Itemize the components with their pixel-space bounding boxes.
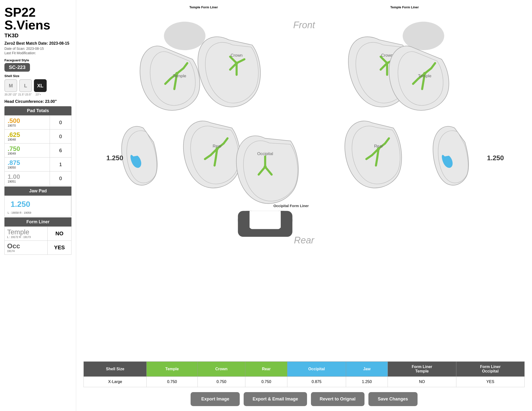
cell-jaw: 1.250 [346, 377, 388, 387]
pad-row-500: .50019070 0 [5, 116, 71, 130]
occipital-form-liner-label: Occipital Form Liner [273, 204, 309, 208]
svg-line-20 [422, 81, 423, 89]
main-area: Temple Form Liner Temple Form Liner Fron… [76, 0, 532, 411]
cell-crown: 0.750 [197, 377, 245, 387]
col-shell-size: Shell Size [84, 362, 147, 377]
shell-l-button[interactable]: L [19, 79, 32, 92]
form-liner-occ-row: Occ 19174 YES [5, 241, 71, 255]
form-liner-top-labels: Temple Form Liner Temple Form Liner [84, 5, 525, 9]
col-rear: Rear [245, 362, 287, 377]
svg-line-3 [174, 81, 176, 89]
crown-left-label: Crown [231, 53, 243, 58]
player-name: SP22 S.Viens [4, 6, 71, 31]
save-changes-button[interactable]: Save Changes [368, 392, 418, 406]
pad-row-625: .62519048 0 [5, 130, 71, 144]
col-form-liner-occ: Form LinerOccipital [456, 362, 524, 377]
occipital-label: Occipital [257, 151, 273, 156]
form-liner-temple-row: Temple L : 19172 R : 19173 NO [5, 227, 71, 241]
bottom-table-area: Shell Size Temple Crown Rear Occipital J… [84, 361, 525, 387]
form-liner-occ-value: YES [47, 241, 71, 255]
jaw-pad-value: 1.250 [8, 198, 68, 211]
helmet-diagram-svg: Front Temple [84, 11, 525, 258]
export-image-button[interactable]: Export Image [191, 392, 240, 406]
temple-form-liner-right-label: Temple Form Liner [390, 5, 419, 9]
temple-form-liner-left-label: Temple Form Liner [189, 5, 218, 9]
cell-rear: 0.750 [245, 377, 287, 387]
temple-form-liner-left-shape [164, 22, 206, 50]
faceguard-badge: SC-223 [4, 63, 30, 72]
crown-right-label: Crown [381, 53, 393, 58]
pad-row-100: 1.0019051 0 [5, 172, 71, 186]
svg-point-16 [386, 62, 389, 65]
crown-left-pad [198, 37, 261, 107]
pad-row-750: .75019049 6 [5, 144, 71, 158]
action-buttons: Export Image Export & Email Image Revert… [84, 392, 525, 406]
cell-form-liner-occ: YES [456, 377, 524, 387]
col-jaw: Jaw [346, 362, 388, 377]
jaw-pad-row: 1.250 L : 19058 R : 19059 [4, 196, 71, 216]
jaw-right-size-label: 1.250 [487, 154, 504, 162]
head-circ: Head Circumference: 23.00" [4, 99, 71, 104]
jaw-pad-lr: L : 19058 R : 19059 [8, 211, 68, 214]
rear-left-label: Rear [213, 144, 222, 148]
table-header-row: Shell Size Temple Crown Rear Occipital J… [84, 362, 525, 377]
faceguard-label: Faceguard Style [4, 58, 71, 62]
cell-occipital: 0.875 [287, 377, 346, 387]
left-panel: SP22 S.Viens TK3D Zero2 Best Match Date:… [0, 0, 76, 411]
diagram-container: Temple Form Liner Temple Form Liner Fron… [84, 5, 525, 357]
shell-sizes: M L XL [4, 79, 71, 92]
cell-shell-size: X-Large [84, 377, 147, 387]
svg-point-41 [264, 165, 267, 169]
fit-mod: Last Fit Modification: [4, 51, 71, 55]
model-code: TK3D [4, 32, 71, 39]
scan-date: Date of Scan: 2023-08-15 [4, 47, 71, 51]
rear-label: Rear [294, 235, 315, 245]
svg-rect-42 [250, 211, 281, 229]
form-liner-temple-value: NO [47, 227, 71, 241]
revert-button[interactable]: Revert to Orignal [311, 392, 364, 406]
col-form-liner-temple: Form LinerTemple [388, 362, 456, 377]
form-liner-header: Form Liner [4, 217, 71, 226]
table-row: X-Large 0.750 0.750 0.750 0.875 1.250 NO… [84, 377, 525, 387]
cell-form-liner-temple: NO [388, 377, 456, 387]
pad-totals-header: Pad Totals [4, 106, 71, 115]
temple-left-label: Temple [173, 74, 186, 78]
front-label: Front [293, 20, 315, 30]
pad-row-875: .87519050 1 [5, 158, 71, 172]
temple-form-liner-right-shape [403, 22, 444, 50]
jaw-pad-header: Jaw Pad [4, 186, 71, 196]
shell-size-labels: 20.25"-22" 21.5"-23.5" 23"+ [4, 93, 71, 96]
shell-m-button[interactable]: M [4, 79, 17, 92]
pad-totals-table: .50019070 0 .62519048 0 .75019049 6 .875… [4, 115, 71, 186]
shell-label: Shell Size [4, 74, 71, 78]
best-match: Zero2 Best Match Date: 2023-08-15 [4, 41, 71, 46]
col-temple: Temple [147, 362, 197, 377]
temple-right-label: Temple [418, 74, 431, 78]
col-occipital: Occipital [287, 362, 346, 377]
jaw-left-size-label: 1.250 [106, 154, 123, 162]
shell-xl-button[interactable]: XL [34, 79, 47, 92]
data-table: Shell Size Temple Crown Rear Occipital J… [84, 361, 525, 387]
col-crown: Crown [197, 362, 245, 377]
svg-line-27 [215, 158, 216, 166]
svg-point-11 [235, 62, 238, 65]
export-email-button[interactable]: Export & Email Image [244, 392, 307, 406]
cell-temple: 0.750 [147, 377, 197, 387]
form-liner-table: Temple L : 19172 R : 19173 NO Occ 19174 … [4, 226, 71, 255]
rear-right-label: Rear [374, 144, 383, 148]
svg-line-34 [376, 158, 377, 166]
